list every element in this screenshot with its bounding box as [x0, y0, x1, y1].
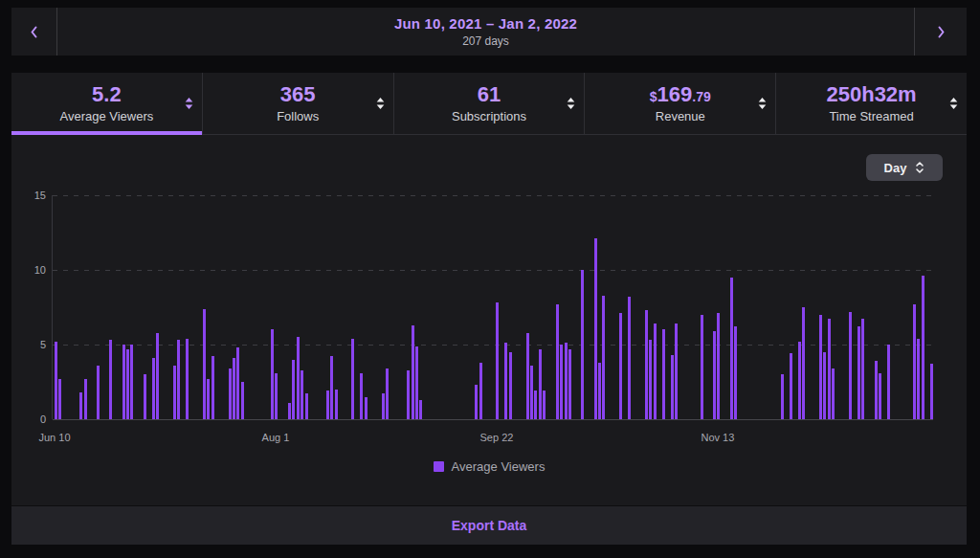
y-tick-label: 5	[11, 338, 46, 351]
bar-day-24	[156, 333, 159, 419]
sort-arrows-icon[interactable]	[567, 97, 575, 110]
bar-day-77	[382, 393, 385, 419]
export-data-label: Export Data	[452, 518, 527, 533]
bar-day-159	[730, 278, 733, 419]
previous-period-button[interactable]	[11, 8, 57, 56]
bar-day-133	[619, 313, 622, 419]
bar-day-104	[496, 302, 499, 419]
metric-value: 250h32m	[826, 83, 916, 105]
y-tick-label: 15	[11, 189, 46, 202]
bar-day-72	[360, 373, 363, 419]
date-range-duration: 207 days	[462, 34, 509, 48]
metric-tab-average-viewers[interactable]: 5.2 Average Viewers	[11, 73, 203, 134]
bar-day-7	[84, 379, 87, 419]
stats-chart-panel: 5.2 Average Viewers 365 Follows 61 Subsc…	[11, 73, 967, 545]
bar-day-183	[832, 368, 835, 419]
x-tick-label: Aug 1	[262, 432, 290, 443]
bar-day-156	[717, 313, 720, 419]
gridline-y15	[53, 195, 933, 196]
bar-day-204	[922, 276, 924, 419]
x-tick-label: Nov 13	[701, 432, 734, 443]
metric-value: 5.2	[92, 83, 122, 105]
bar-day-37	[212, 356, 214, 419]
x-tick-label: Sep 22	[480, 432, 514, 443]
sort-arrows-icon[interactable]	[376, 97, 385, 110]
bar-day-189	[858, 326, 860, 419]
bar-day-119	[560, 345, 563, 419]
bar-day-99	[475, 385, 478, 419]
bar-day-0	[55, 342, 57, 419]
bar-day-193	[875, 361, 878, 419]
bar-day-55	[288, 403, 291, 419]
bar-day-190	[861, 319, 864, 419]
metric-label: Subscriptions	[452, 109, 526, 123]
bar-day-121	[568, 349, 571, 419]
date-range-display: Jun 10, 2021 – Jan 2, 2022 207 days	[57, 8, 914, 56]
bar-day-65	[330, 356, 333, 419]
bar-day-187	[849, 312, 852, 419]
date-range-bar: Jun 10, 2021 – Jan 2, 2022 207 days	[11, 8, 967, 56]
bar-day-120	[565, 343, 568, 419]
bar-day-78	[386, 368, 389, 419]
bar-day-17	[126, 349, 129, 419]
metric-tab-follows[interactable]: 365 Follows	[203, 73, 394, 134]
next-period-button[interactable]	[914, 8, 967, 56]
bar-day-139	[645, 310, 648, 419]
analytics-page: Jun 10, 2021 – Jan 2, 2022 207 days 5.2 …	[0, 0, 980, 558]
bar-day-118	[556, 304, 559, 419]
y-tick-label: 0	[11, 413, 46, 426]
metric-tab-revenue[interactable]: $169.79 Revenue	[585, 73, 776, 134]
bar-day-171	[781, 374, 784, 419]
bar-day-56	[292, 360, 295, 419]
bar-day-176	[802, 307, 805, 419]
bar-day-1	[58, 379, 61, 419]
chart-legend: Average Viewers	[11, 459, 967, 474]
bar-day-175	[798, 342, 801, 419]
metric-tab-subscriptions[interactable]: 61 Subscriptions	[394, 73, 586, 134]
bar-day-73	[365, 397, 368, 419]
bar-day-31	[186, 339, 189, 419]
bar-day-43	[236, 347, 239, 419]
bar-day-141	[654, 324, 657, 419]
bar-day-70	[351, 339, 354, 419]
chart-area: Day 051015 Jun 10Aug 1Sep 22Nov 13 Avera…	[11, 135, 967, 505]
bar-day-57	[297, 337, 300, 419]
export-data-button[interactable]: Export Data	[11, 505, 967, 545]
bar-day-127	[594, 238, 597, 419]
bar-day-42	[233, 358, 235, 419]
bar-day-173	[790, 353, 792, 419]
bar-day-21	[144, 374, 146, 419]
sort-arrows-icon[interactable]	[185, 97, 193, 110]
metric-tab-time-streamed[interactable]: 250h32m Time Streamed	[776, 73, 967, 134]
metric-label: Time Streamed	[829, 109, 913, 123]
bar-day-182	[828, 319, 831, 419]
bar-day-180	[819, 315, 822, 419]
bar-day-16	[122, 345, 125, 419]
gridline-y5	[53, 345, 933, 346]
bar-day-10	[97, 366, 100, 419]
bar-day-36	[207, 379, 210, 419]
bar-day-66	[335, 390, 338, 419]
bar-day-106	[504, 343, 507, 419]
metric-value: 365	[280, 83, 316, 105]
bar-day-85	[415, 346, 418, 419]
bar-day-84	[412, 325, 414, 419]
bar-day-140	[649, 340, 652, 419]
sort-arrows-icon[interactable]	[949, 97, 958, 110]
chevron-left-icon	[30, 26, 38, 38]
bar-day-6	[79, 392, 82, 419]
bar-day-111	[526, 333, 529, 419]
bar-day-143	[662, 329, 665, 419]
bar-day-23	[152, 358, 155, 419]
metric-label: Revenue	[656, 109, 705, 123]
plot-area	[52, 195, 933, 419]
bar-day-52	[275, 373, 278, 419]
sort-arrows-icon[interactable]	[758, 97, 767, 110]
bar-day-44	[241, 382, 244, 419]
x-tick-label: Jun 10	[38, 432, 70, 443]
bar-day-145	[671, 355, 674, 419]
plot-wrap: 051015 Jun 10Aug 1Sep 22Nov 13	[11, 135, 967, 505]
bar-day-51	[271, 329, 274, 419]
bar-day-28	[173, 366, 176, 419]
bar-day-128	[598, 363, 601, 419]
